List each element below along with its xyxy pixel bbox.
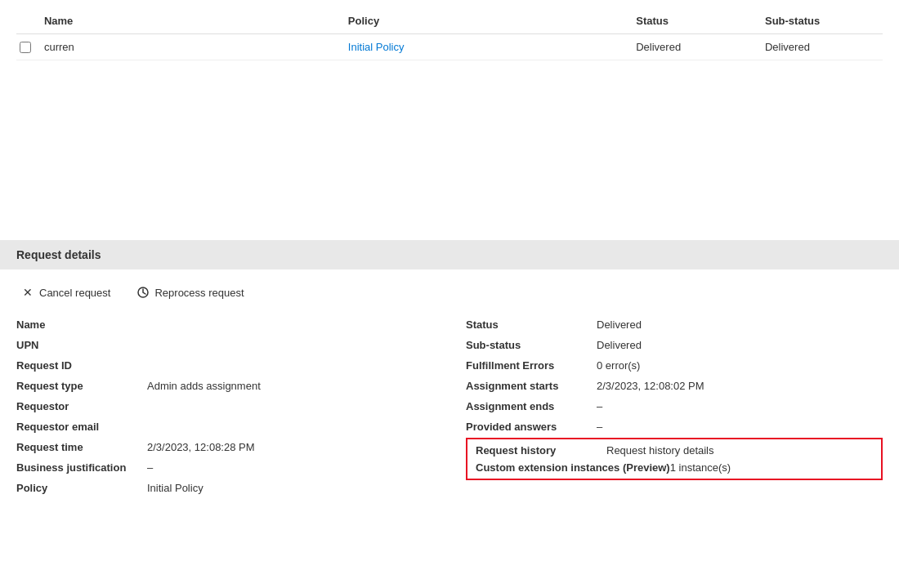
policy-detail-link[interactable]: Initial Policy — [147, 482, 204, 494]
field-request-time: Request time 2/3/2023, 12:08:28 PM — [16, 441, 433, 453]
col-header-checkbox — [16, 8, 41, 34]
cancel-request-button[interactable]: ✕ Cancel request — [16, 283, 115, 302]
col-header-substatus: Sub-status — [762, 8, 883, 34]
col-header-status: Status — [633, 8, 762, 34]
cell-policy: Initial Policy — [345, 34, 633, 60]
action-bar: ✕ Cancel request Reprocess request — [16, 283, 883, 302]
request-history-link[interactable]: Request history details — [606, 444, 714, 457]
field-sub-status: Sub-status Delivered — [466, 339, 883, 351]
request-details-body: ✕ Cancel request Reprocess request Name — [0, 270, 899, 515]
cell-status: Delivered — [633, 34, 762, 60]
assignments-table: Name Policy Status Sub-status — [16, 8, 883, 60]
col-header-policy: Policy — [345, 8, 633, 34]
field-policy: Policy Initial Policy — [16, 482, 433, 494]
details-right-col: Status Delivered Sub-status Delivered Fu… — [466, 318, 883, 502]
field-assignment-starts: Assignment starts 2/3/2023, 12:08:02 PM — [466, 380, 883, 392]
row-checkbox[interactable] — [20, 42, 31, 53]
field-requestor-email: Requestor email — [16, 421, 433, 433]
field-name: Name — [16, 318, 433, 331]
cancel-icon: ✕ — [21, 286, 34, 299]
table-section: Name Policy Status Sub-status — [0, 0, 899, 60]
custom-extension-link[interactable]: 1 instance(s) — [670, 461, 731, 474]
request-details-header: Request details — [0, 240, 899, 270]
field-request-history: Request history Request history details — [476, 444, 873, 457]
field-provided-answers: Provided answers – — [466, 421, 883, 433]
reprocess-request-button[interactable]: Reprocess request — [132, 283, 248, 302]
table-row: curren Initial Policy Delivered Delivere… — [16, 34, 883, 60]
details-grid: Name UPN Request ID Request type Admin a… — [16, 318, 883, 502]
reprocess-icon — [136, 286, 150, 299]
field-upn: UPN — [16, 339, 433, 351]
spacer — [0, 60, 899, 240]
field-request-id: Request ID — [16, 359, 433, 372]
field-business-justification: Business justification – — [16, 461, 433, 474]
field-requestor: Requestor — [16, 400, 433, 412]
cell-name: curren — [41, 34, 345, 60]
request-details-section: Request details ✕ Cancel request Reproce… — [0, 240, 899, 515]
field-fulfillment-errors: Fulfillment Errors 0 error(s) — [466, 359, 883, 372]
field-request-type: Request type Admin adds assignment — [16, 380, 433, 392]
col-header-name: Name — [41, 8, 345, 34]
policy-link[interactable]: Initial Policy — [348, 41, 405, 53]
cell-substatus: Delivered — [762, 34, 883, 60]
highlighted-box: Request history Request history details … — [466, 438, 883, 480]
field-custom-extension: Custom extension instances (Preview) 1 i… — [476, 461, 873, 474]
details-left-col: Name UPN Request ID Request type Admin a… — [16, 318, 433, 502]
field-assignment-ends: Assignment ends – — [466, 400, 883, 412]
field-status: Status Delivered — [466, 318, 883, 331]
